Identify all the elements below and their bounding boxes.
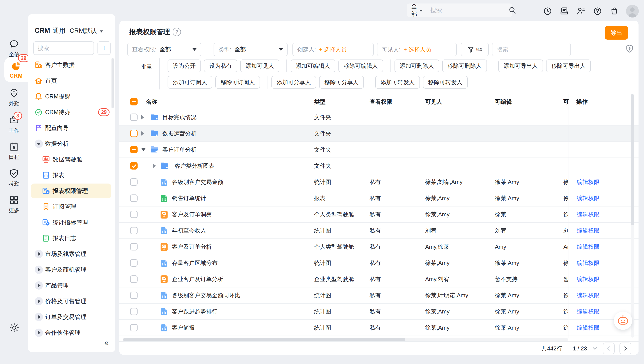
sidebar-item-客户及商机管理[interactable]: 客户及商机管理 (28, 262, 115, 278)
edit-permission-link[interactable]: 编辑权限 (577, 324, 599, 332)
row-checkbox[interactable] (130, 227, 138, 234)
table-row-客户订单分析[interactable]: 客户订单分析文件夹 (119, 142, 638, 158)
sidebar-item-市场及线索管理[interactable]: 市场及线索管理 (28, 246, 115, 262)
select-people-link[interactable]: + 选择人员 (403, 46, 431, 54)
rail-item-1-CRM[interactable]: CRM29 (5, 57, 28, 82)
batch-button-移除可删除人[interactable]: 移除可删除人 (442, 60, 487, 72)
column-header-type[interactable]: 类型 (314, 94, 326, 110)
batch-button-添加可见人[interactable]: 添加可见人 (240, 60, 279, 72)
sidebar-item-CRM提醒[interactable]: CRM提醒 (28, 88, 115, 104)
page-select-chevron-icon[interactable] (592, 346, 598, 352)
row-checkbox[interactable] (130, 259, 138, 267)
row-checkbox[interactable] (130, 243, 138, 250)
sidebar-item-价格及可售管理[interactable]: 价格及可售管理 (28, 293, 115, 309)
sidebar-item-CRM待办[interactable]: CRM待办29 (28, 104, 115, 120)
sidebar-item-报表[interactable]: 报表 (28, 167, 115, 183)
edit-permission-link[interactable]: 编辑权限 (577, 227, 599, 234)
batch-button-添加可订阅人[interactable]: 添加可订阅人 (168, 76, 212, 88)
sidebar-item-合作伙伴管理[interactable]: 合作伙伴管理 (28, 325, 115, 340)
filter-picker-2[interactable]: 创建人:+ 选择人员 (292, 43, 374, 56)
table-row-客户简报[interactable]: 客户简报统计图私有徐莱,Amy徐莱,Amy徐编辑权限 (119, 320, 638, 336)
tree-caret-icon[interactable] (141, 115, 144, 120)
column-header-visible[interactable]: 可见人 (425, 94, 442, 110)
table-row-存量客户区域分布[interactable]: 存量客户区域分布统计图私有徐莱,Amy徐莱,Amy徐编辑权限 (119, 255, 638, 271)
row-checkbox[interactable] (130, 276, 138, 283)
sidebar-item-数据驾驶舱[interactable]: 数据驾驶舱 (28, 152, 115, 167)
batch-button-移除可转发人[interactable]: 移除可转发人 (423, 76, 468, 88)
batch-button-移除可订阅人[interactable]: 移除可订阅人 (215, 76, 260, 88)
table-row-客户类分析图表[interactable]: 客户类分析图表文件夹 (119, 158, 638, 174)
row-checkbox[interactable] (130, 146, 138, 153)
row-checkbox[interactable] (130, 194, 138, 202)
table-row-各部门销售情况[interactable]: 各部门销售情况统计图私有徐莱,Amy徐莱,Amy徐编辑权限 (119, 336, 638, 338)
sidebar-scrollbar[interactable] (111, 58, 114, 108)
search-scope-select[interactable]: 全部 (411, 2, 417, 18)
table-search[interactable] (492, 43, 571, 56)
search-icon[interactable] (508, 6, 517, 15)
global-search[interactable]: 全部 (407, 4, 512, 17)
table-row-客户及订单分析[interactable]: 客户及订单分析个人类型驾驶舱私有Amy,徐莱AmyAm编辑权限 (119, 239, 638, 255)
table-row-客户跟进趋势排行[interactable]: 客户跟进趋势排行统计图私有徐莱,Amy徐莱,Amy徐编辑权限 (119, 304, 638, 320)
edit-permission-link[interactable]: 编辑权限 (577, 194, 599, 202)
column-header-action[interactable]: 操作 (576, 94, 588, 110)
sidebar-item-订阅管理[interactable]: 订阅管理 (28, 199, 115, 214)
row-checkbox[interactable] (130, 130, 138, 137)
table-row-年初至今收入[interactable]: 年初至今收入统计图私有刘宥刘宥刘编辑权限 (119, 223, 638, 239)
help-icon[interactable] (593, 6, 602, 16)
page-indicator[interactable]: 1 / 23 (573, 345, 587, 352)
sidebar-item-报表权限管理[interactable]: 报表权限管理 (28, 183, 115, 199)
tree-caret-icon[interactable] (153, 164, 156, 168)
export-button[interactable]: 导出 (605, 26, 628, 40)
batch-button-设为公开[interactable]: 设为公开 (168, 60, 201, 72)
batch-button-设为私有[interactable]: 设为私有 (204, 60, 237, 72)
tree-caret-icon[interactable] (141, 131, 144, 136)
sidebar-item-数据分析[interactable]: 数据分析 (28, 136, 115, 152)
contacts-icon[interactable] (576, 6, 586, 16)
edit-permission-link[interactable]: 编辑权限 (577, 243, 599, 251)
next-page-button[interactable] (619, 342, 631, 354)
batch-button-添加可编辑人[interactable]: 添加可编辑人 (291, 60, 335, 72)
tree-caret-icon[interactable] (141, 148, 146, 151)
batch-button-添加可导出人[interactable]: 添加可导出人 (498, 60, 543, 72)
row-checkbox[interactable] (130, 324, 138, 332)
filter-button[interactable]: 筛选 (461, 43, 489, 56)
select-all-checkbox[interactable] (130, 98, 138, 106)
edit-permission-link[interactable]: 编辑权限 (577, 259, 599, 267)
vertical-scrollbar-thumb[interactable] (631, 94, 634, 225)
sidebar-item-客户主数据[interactable]: 客户主数据 (28, 57, 115, 73)
column-header-name[interactable]: 名称 (146, 94, 157, 110)
sidebar-item-统计指标管理[interactable]: 统计指标管理 (28, 214, 115, 230)
rail-item-5-考勤[interactable]: 考勤 (0, 168, 28, 187)
rail-item-2-外勤[interactable]: 外勤 (0, 88, 28, 107)
batch-button-移除可导出人[interactable]: 移除可导出人 (546, 60, 591, 72)
edit-permission-link[interactable]: 编辑权限 (577, 178, 599, 186)
row-checkbox[interactable] (130, 162, 138, 170)
row-checkbox[interactable] (130, 211, 138, 218)
batch-button-移除可分享人[interactable]: 移除可分享人 (319, 76, 364, 88)
row-checkbox[interactable] (130, 178, 138, 186)
assistant-robot-button[interactable] (614, 312, 632, 330)
edit-permission-link[interactable]: 编辑权限 (577, 211, 599, 218)
sidebar-collapse-button[interactable]: « (104, 338, 109, 348)
permission-shield-icon[interactable] (626, 44, 633, 53)
user-avatar[interactable] (626, 5, 639, 18)
table-row-客户及订单洞察[interactable]: 客户及订单洞察个人类型驾驶舱私有徐莱,Amy徐莱徐编辑权限 (119, 206, 638, 223)
batch-button-添加可删除人[interactable]: 添加可删除人 (394, 60, 439, 72)
table-row-企业客户及订单分析[interactable]: 企业客户及订单分析企业类型驾驶舱私有Amy,刘宥暂不支持暂编辑权限 (119, 271, 638, 288)
sidebar-item-首页[interactable]: 首页 (28, 73, 115, 88)
batch-button-添加可转发人[interactable]: 添加可转发人 (375, 76, 420, 88)
table-row-各级别客户交易金额[interactable]: 各级别客户交易金额统计图私有徐莱,刘宥,Amy徐莱,Amy徐编辑权限 (119, 174, 638, 190)
edit-permission-link[interactable]: 编辑权限 (577, 308, 599, 316)
select-people-link[interactable]: + 选择人员 (319, 46, 347, 54)
vertical-scrollbar[interactable] (631, 94, 634, 338)
table-search-input[interactable] (496, 46, 566, 53)
inbox-icon[interactable] (559, 6, 569, 16)
rail-item-6-更多[interactable]: 更多 (0, 195, 28, 214)
row-checkbox[interactable] (130, 292, 138, 299)
table-row-目标完成情况[interactable]: 目标完成情况文件夹 (119, 110, 638, 126)
rail-item-4-日程[interactable]: 5日程 (0, 142, 28, 160)
row-checkbox[interactable] (130, 114, 138, 121)
edit-permission-link[interactable]: 编辑权限 (577, 292, 599, 299)
filter-select-1[interactable]: 类型:全部 (213, 43, 288, 56)
sidebar-search-input[interactable] (37, 44, 90, 52)
